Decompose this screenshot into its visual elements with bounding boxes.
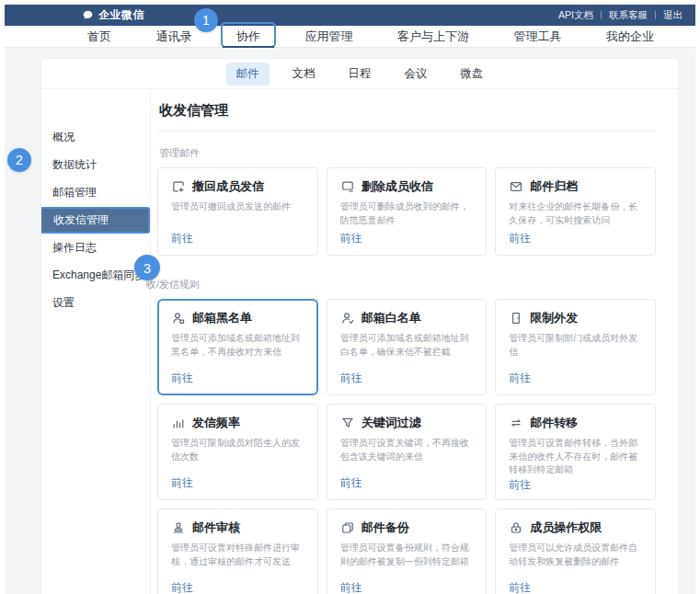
card-title: 邮件审核: [192, 520, 240, 536]
sidebar-item-mailbox-management[interactable]: 邮箱管理: [41, 179, 150, 206]
card-mail-archive: 邮件归档 对来往企业的邮件长期备份，长久保存，可实时搜索访问 前往: [495, 167, 656, 256]
go-link[interactable]: 前往: [171, 371, 193, 386]
content-region: 邮件 文档 日程 会议 微盘 概况 数据统计 邮箱管理 收发信管理 操作日志 E…: [5, 48, 695, 594]
stamp-icon: [171, 520, 186, 535]
tab-drive[interactable]: 微盘: [451, 63, 494, 86]
divider: [157, 131, 656, 131]
wecom-logo[interactable]: 企业微信: [82, 7, 144, 23]
keyword-funnel-icon: [340, 416, 355, 430]
card-recall-mail: 撤回成员发信 管理员可撤回成员发送的邮件 前往: [157, 167, 318, 256]
step-badge-1: 1: [194, 8, 218, 32]
api-docs-link[interactable]: API文档: [558, 9, 593, 22]
copy-icon: [340, 520, 355, 535]
user-block-icon: [171, 311, 186, 326]
card-title: 发信频率: [192, 415, 240, 431]
topbar-links: API文档 联系客服 退出: [558, 9, 683, 22]
sidebar-item-overview[interactable]: 概况: [41, 124, 150, 151]
go-link[interactable]: 前往: [171, 475, 193, 491]
main-content: 收发信管理 管理邮件 撤回成员发信 管理员可撤回成员发送的邮件 前往: [151, 89, 678, 594]
card-desc: 管理员可删除成员收到的邮件，防范恶意邮件: [340, 200, 474, 227]
panel-body: 概况 数据统计 邮箱管理 收发信管理 操作日志 Exchange邮箱同步 设置 …: [41, 89, 678, 594]
tab-meeting[interactable]: 会议: [395, 63, 438, 86]
card-desc: 对来往企业的邮件长期备份，长久保存，可实时搜索访问: [509, 200, 642, 227]
nav-item-admin-tools[interactable]: 管理工具: [514, 29, 562, 45]
go-link[interactable]: 前往: [340, 371, 362, 386]
tab-calendar[interactable]: 日程: [339, 63, 382, 86]
card-keyword-filter: 关键词过滤 管理员可设置关键词，不再接收包含该关键词的来信 前往: [327, 404, 488, 500]
logo-text: 企业微信: [98, 7, 144, 23]
go-link[interactable]: 前往: [509, 477, 531, 493]
rules-cards: 邮箱黑名单 管理员可添加域名或邮箱地址到黑名单，不再接收对方来信 前往 邮箱白名…: [157, 299, 656, 594]
tab-mail[interactable]: 邮件: [226, 63, 270, 86]
card-title: 邮件备份: [361, 520, 409, 536]
main-nav: 首页 通讯录 协作 应用管理 客户与上下游 管理工具 我的企业: [5, 26, 695, 48]
card-mail-transfer: 邮件转移 管理员可设置邮件转移，当外部来信的收件人不存在时，邮件被转移到特定邮箱…: [495, 404, 656, 500]
go-link[interactable]: 前往: [340, 580, 362, 594]
card-desc: 管理员可设置邮件转移，当外部来信的收件人不存在时，邮件被转移到特定邮箱: [509, 437, 642, 477]
card-desc: 管理员可设置对特殊邮件进行审核，通过审核的邮件才可发送: [171, 542, 304, 568]
go-link[interactable]: 前往: [340, 231, 362, 246]
go-link[interactable]: 前往: [171, 580, 193, 594]
sidebar-item-operation-log[interactable]: 操作日志: [41, 234, 150, 261]
card-title: 邮件归档: [530, 178, 578, 195]
sidebar-item-settings[interactable]: 设置: [41, 290, 150, 316]
card-desc: 管理员可设置备份规则，符合规则的邮件被复制一份到特定邮箱: [340, 542, 474, 568]
card-desc: 管理员可以允许成员设置邮件自动转发和恢复被删除的邮件: [509, 542, 642, 568]
nav-item-collaboration[interactable]: 协作: [236, 29, 260, 45]
card-whitelist: 邮箱白名单 管理员可添加域名或邮箱地址到白名单，确保来信不被拦截 前往: [327, 299, 488, 395]
divider: [601, 11, 602, 19]
contact-support-link[interactable]: 联系客服: [609, 9, 648, 22]
divider: [655, 11, 656, 19]
card-mail-audit: 邮件审核 管理员可设置对特殊邮件进行审核，通过审核的邮件才可发送 前往: [157, 508, 318, 594]
card-title: 成员操作权限: [530, 520, 602, 536]
card-mail-backup: 邮件备份 管理员可设置备份规则，符合规则的邮件被复制一份到特定邮箱 前往: [327, 508, 488, 594]
mail-sidebar: 概况 数据统计 邮箱管理 收发信管理 操作日志 Exchange邮箱同步 设置: [41, 89, 151, 594]
screen: 企业微信 API文档 联系客服 退出 首页 通讯录 协作 应用管理 客户与上下游…: [0, 0, 700, 594]
card-title: 撤回成员发信: [192, 178, 264, 195]
go-link[interactable]: 前往: [509, 231, 531, 246]
card-title: 邮箱黑名单: [192, 310, 252, 326]
nav-item-home[interactable]: 首页: [87, 29, 111, 45]
card-title: 删除成员收信: [361, 178, 433, 195]
recall-mail-icon: [171, 179, 186, 194]
chat-bubble-icon: [82, 9, 94, 21]
page-title: 收发信管理: [159, 102, 656, 120]
card-blacklist: 邮箱黑名单 管理员可添加域名或邮箱地址到黑名单，不再接收对方来信 前往: [157, 299, 318, 395]
topbar: 企业微信 API文档 联系客服 退出: [5, 5, 695, 26]
transfer-arrows-icon: [509, 416, 523, 430]
manage-mail-cards: 撤回成员发信 管理员可撤回成员发送的邮件 前往 删除成员收信 管理: [157, 167, 656, 256]
step-badge-3: 3: [134, 255, 160, 280]
go-link[interactable]: 前往: [509, 580, 531, 594]
sidebar-item-send-receive-management[interactable]: 收发信管理: [41, 207, 150, 234]
nav-item-app-management[interactable]: 应用管理: [305, 29, 353, 45]
logout-link[interactable]: 退出: [663, 9, 683, 22]
card-title: 限制外发: [530, 310, 578, 326]
step-badge-2: 2: [7, 148, 31, 172]
mail-admin-panel: 邮件 文档 日程 会议 微盘 概况 数据统计 邮箱管理 收发信管理 操作日志 E…: [41, 59, 678, 594]
nav-item-customers[interactable]: 客户与上下游: [397, 29, 469, 45]
section-label-manage-mail: 管理邮件: [159, 146, 656, 160]
collab-subtabs: 邮件 文档 日程 会议 微盘: [41, 59, 678, 89]
lock-icon: [509, 520, 523, 535]
card-title: 邮箱白名单: [361, 310, 421, 326]
card-title: 关键词过滤: [361, 415, 421, 431]
card-desc: 管理员可撤回成员发送的邮件: [171, 200, 304, 214]
tab-docs[interactable]: 文档: [282, 63, 326, 86]
card-desc: 管理员可添加域名或邮箱地址到白名单，确保来信不被拦截: [340, 332, 474, 359]
go-link[interactable]: 前往: [509, 371, 531, 386]
section-label-rules: 收/发信规则: [146, 278, 656, 291]
go-link[interactable]: 前往: [340, 475, 362, 491]
nav-item-my-company[interactable]: 我的企业: [606, 29, 654, 45]
sidebar-item-data-stats[interactable]: 数据统计: [41, 152, 150, 178]
nav-item-contacts[interactable]: 通讯录: [156, 29, 192, 45]
card-desc: 管理员可限制成员对陌生人的发信次数: [171, 437, 304, 463]
card-desc: 管理员可设置关键词，不再接收包含该关键词的来信: [340, 437, 474, 463]
card-delete-received: 删除成员收信 管理员可删除成员收到的邮件，防范恶意邮件 前往: [327, 167, 488, 256]
go-link[interactable]: 前往: [171, 231, 193, 246]
card-send-frequency: 发信频率 管理员可限制成员对陌生人的发信次数 前往: [157, 404, 318, 500]
card-desc: 管理员可限制部门或成员对外发信: [509, 332, 642, 359]
mail-archive-icon: [509, 179, 523, 194]
delete-mail-icon: [340, 179, 355, 194]
card-desc: 管理员可添加域名或邮箱地址到黑名单，不再接收对方来信: [171, 332, 304, 359]
card-restrict-outgoing: 限制外发 管理员可限制部门或成员对外发信 前往: [495, 299, 656, 395]
